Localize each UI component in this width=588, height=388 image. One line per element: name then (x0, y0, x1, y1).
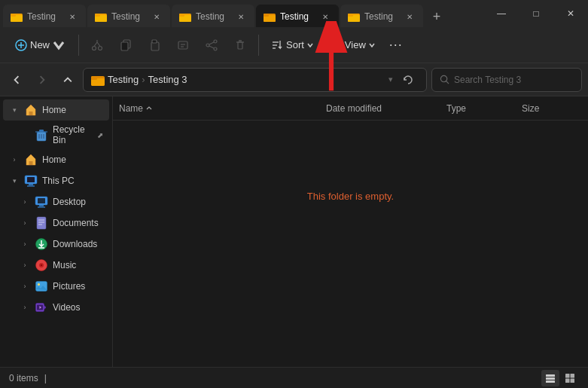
tab-5-close[interactable]: ✕ (404, 11, 416, 23)
sidebar-item-home[interactable]: ▾ Home (3, 99, 109, 121)
address-bar: Testing › Testing 3 ▾ (0, 63, 588, 96)
up-icon (63, 75, 72, 84)
column-type[interactable]: Type (446, 103, 522, 114)
sidebar-item-videos[interactable]: › Videos (3, 297, 109, 318)
view-chevron-icon (369, 42, 375, 48)
sidebar-item-recycle-bin[interactable]: Recycle Bin ⬈ (3, 121, 109, 149)
new-tab-button[interactable]: + (425, 5, 449, 27)
forward-icon (38, 75, 47, 84)
sidebar-item-downloads[interactable]: › Downloads (3, 234, 109, 255)
separator-1 (78, 35, 79, 56)
svg-marker-77 (44, 305, 47, 310)
videos-expand-icon: › (20, 302, 30, 313)
sidebar-item-documents[interactable]: › Documents (3, 212, 109, 234)
breadcrumb-bar[interactable]: Testing › Testing 3 ▾ (83, 68, 427, 92)
paste-button[interactable] (141, 32, 168, 59)
music-expand-icon: › (20, 260, 30, 270)
tab-4[interactable]: Testing ✕ (256, 5, 339, 27)
share-button[interactable] (198, 32, 225, 59)
svg-rect-63 (39, 205, 44, 206)
folder-icon-tab4 (264, 11, 276, 22)
new-label: New (30, 39, 50, 50)
sort-button[interactable]: Sort (264, 32, 321, 59)
title-bar: Testing ✕ Testing ✕ Testing ✕ Testing ✕ (0, 0, 588, 27)
svg-rect-36 (238, 42, 242, 49)
folder-icon-tab3 (179, 11, 191, 22)
breadcrumb-sep-1: › (142, 74, 145, 85)
search-input[interactable] (454, 75, 574, 85)
sidebar-item-music[interactable]: › Music (3, 255, 109, 276)
rename-button[interactable] (169, 32, 197, 59)
back-icon (12, 75, 21, 84)
tab-1[interactable]: Testing ✕ (3, 5, 86, 27)
cut-button[interactable] (84, 32, 111, 59)
view-button[interactable]: View (322, 32, 382, 59)
copy-button[interactable] (112, 32, 139, 59)
sidebar-item-home-sub[interactable]: › Home (3, 149, 109, 170)
forward-button[interactable] (32, 69, 53, 90)
sort-label: Sort (286, 39, 304, 50)
svg-rect-46 (91, 76, 97, 80)
home-label: Home (42, 105, 103, 115)
sidebar-item-this-pc[interactable]: ▾ This PC (3, 170, 109, 191)
this-pc-expand-icon: ▾ (9, 176, 20, 186)
home-expand-icon: ▾ (9, 105, 20, 115)
file-list: Name Date modified Type Size This folder… (113, 96, 588, 367)
tab-3[interactable]: Testing ✕ (172, 5, 254, 27)
grid-view-button[interactable] (561, 370, 579, 386)
empty-folder-message: This folder is empty. (113, 121, 588, 271)
new-button[interactable]: New (6, 29, 74, 61)
breadcrumb-expand-icon[interactable]: ▾ (388, 75, 393, 84)
svg-rect-56 (29, 161, 33, 165)
svg-point-18 (93, 46, 96, 50)
sidebar-item-pictures[interactable]: › Pictures (3, 276, 109, 297)
sidebar-item-desktop[interactable]: › Desktop (3, 191, 109, 212)
column-name[interactable]: Name (119, 103, 326, 114)
home-sub-icon (24, 153, 38, 167)
cut-icon (91, 39, 103, 51)
tab-4-close[interactable]: ✕ (319, 11, 331, 23)
desktop-label: Desktop (53, 197, 103, 207)
column-size[interactable]: Size (522, 103, 582, 114)
minimize-button[interactable]: — (484, 0, 519, 27)
tab-2[interactable]: Testing ✕ (87, 5, 170, 27)
refresh-button[interactable] (398, 69, 419, 90)
back-button[interactable] (6, 69, 27, 90)
tab-3-close[interactable]: ✕ (235, 11, 247, 23)
svg-point-73 (41, 264, 42, 266)
more-button[interactable]: ··· (384, 33, 408, 57)
recycle-expand-icon (20, 130, 30, 140)
svg-line-48 (446, 81, 449, 84)
tab-4-label: Testing (280, 11, 315, 22)
folder-icon-tab1 (11, 11, 23, 22)
svg-point-19 (99, 46, 102, 50)
home-sub-label: Home (42, 154, 103, 165)
tab-1-close[interactable]: ✕ (66, 11, 78, 23)
paste-icon (148, 39, 160, 51)
delete-button[interactable] (227, 32, 254, 59)
svg-point-47 (440, 75, 446, 81)
tab-5[interactable]: Testing ✕ (340, 5, 423, 27)
tab-2-close[interactable]: ✕ (151, 11, 163, 23)
new-chevron-icon (53, 39, 65, 51)
refresh-icon (403, 75, 413, 85)
documents-label: Documents (53, 218, 103, 228)
tabs-container: Testing ✕ Testing ✕ Testing ✕ Testing ✕ (3, 0, 484, 27)
tab-2-label: Testing (111, 11, 146, 22)
breadcrumb-folder-icon (91, 74, 103, 86)
up-button[interactable] (57, 69, 78, 90)
search-box[interactable] (431, 68, 582, 92)
view-icon (330, 39, 342, 51)
svg-rect-26 (152, 40, 157, 43)
svg-rect-49 (29, 112, 33, 115)
item-count: 0 items (9, 373, 38, 383)
maximize-button[interactable]: □ (519, 0, 553, 27)
list-view-button[interactable] (541, 370, 559, 386)
home-icon (24, 103, 38, 117)
close-button[interactable]: ✕ (553, 0, 588, 27)
downloads-expand-icon: › (20, 239, 30, 249)
svg-rect-81 (546, 377, 555, 380)
svg-rect-59 (29, 184, 33, 185)
documents-icon (35, 216, 48, 230)
column-date[interactable]: Date modified (326, 103, 446, 114)
